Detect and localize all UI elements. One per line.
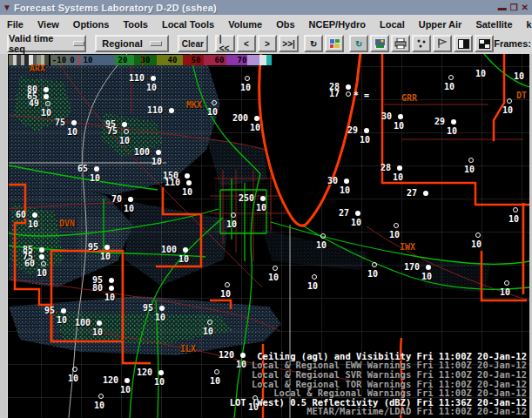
station-visibility-value: 10 <box>99 293 120 302</box>
station-marker-icon <box>245 76 250 81</box>
station-visibility-value: 10 <box>245 123 266 132</box>
station-ceiling-value: 120 <box>125 367 152 377</box>
close-button[interactable]: ✕ <box>522 0 529 15</box>
clear-button[interactable]: Clear <box>178 35 208 52</box>
station-marker-icon <box>214 369 219 374</box>
station-visibility-value: 10 <box>497 105 518 115</box>
station-marker-icon <box>125 378 130 383</box>
station-ceiling-value: 65 <box>60 164 88 173</box>
station-marker-icon <box>183 247 188 253</box>
station-visibility-value: 10 <box>459 165 480 174</box>
station-visibility-value: 10 <box>439 82 460 91</box>
time-mode-dropdown[interactable]: Valid time seq <box>7 35 86 52</box>
station-visibility-value: 10 <box>215 289 236 299</box>
station-visibility-value: 10 <box>263 273 284 282</box>
station-visibility-value: 10 <box>495 287 515 297</box>
station-marker-icon <box>41 261 46 266</box>
station-ceiling-value: 100 <box>149 245 177 254</box>
menu-item-klot[interactable]: klot <box>520 19 532 30</box>
reflectivity-colorbar[interactable]: -10010203040506070 <box>9 55 275 65</box>
menu-item-satellite[interactable]: Satellite <box>468 19 519 30</box>
station-ceiling-value: 110 <box>135 105 163 115</box>
colorbar-tick-label: 0 <box>70 56 74 64</box>
station-marker-icon <box>124 129 129 134</box>
station-marker-icon <box>109 278 114 283</box>
station-marker-icon <box>260 196 266 201</box>
station-marker-icon <box>398 114 403 119</box>
menu-item-options[interactable]: Options <box>66 19 117 30</box>
menu-bar: FileViewOptionsToolsLocal ToolsVolumeObs… <box>0 15 532 34</box>
menu-item-upper-air[interactable]: Upper Air <box>412 19 469 30</box>
minimize-button[interactable]: ▬ <box>498 0 507 15</box>
first-frame-button[interactable]: |<< <box>215 35 235 52</box>
menu-item-file[interactable]: File <box>0 19 30 30</box>
station-visibility-value: 10 <box>31 268 52 278</box>
station-visibility-value: 10 <box>115 385 136 394</box>
station-visibility-value: 10 <box>384 230 405 239</box>
colorbar-tick-label: -10 <box>52 56 66 64</box>
station-marker-icon <box>504 280 509 286</box>
station-visibility-value: 10 <box>416 272 437 281</box>
image-properties-button[interactable] <box>370 35 389 52</box>
station-marker-icon <box>207 320 212 325</box>
station-visibility-value: 10 <box>362 269 383 279</box>
colorbar-segment <box>266 55 272 65</box>
menu-item-volume[interactable]: Volume <box>221 19 269 30</box>
station-marker-icon <box>185 173 190 179</box>
loop-button[interactable]: ↻ <box>304 35 323 52</box>
station-visibility-value: 10 <box>141 83 162 92</box>
station-marker-icon <box>104 245 110 250</box>
station-visibility-value: 10 <box>89 401 110 410</box>
station-marker-icon <box>397 165 402 171</box>
menu-item-tools[interactable]: Tools <box>116 19 155 30</box>
station-ceiling-value: 17 <box>312 89 340 98</box>
legend-line[interactable]: METAR/Maritime/LDAD Fri 11:00Z 20-Jan-12 <box>230 407 527 416</box>
station-marker-icon <box>71 120 77 125</box>
colorbar-tick-label: 60 <box>215 56 225 64</box>
station-marker-icon <box>364 128 369 133</box>
map-canvas[interactable]: -10010203040506070 8065491011010102817* … <box>7 54 529 418</box>
station-marker-icon <box>426 265 431 270</box>
station-ceiling-value: 28 <box>363 163 391 172</box>
points-button[interactable] <box>412 35 431 52</box>
flag-icon <box>437 38 448 49</box>
auto-update-button[interactable]: ↻ <box>349 35 368 52</box>
next-frame-button[interactable]: > <box>258 35 277 52</box>
station-marker-icon <box>212 100 217 105</box>
station-marker-icon <box>122 122 127 127</box>
window-title: Forecast Systems Laboratory D-2D (sshea) <box>14 3 217 13</box>
station-marker-icon <box>151 76 156 81</box>
station-marker-icon <box>451 119 456 125</box>
menu-item-view[interactable]: View <box>30 19 66 30</box>
station-ceiling-value: 95 <box>71 242 98 252</box>
station-visibility-value: 10 <box>205 376 226 386</box>
station-ceiling-value: 120 <box>91 375 118 385</box>
station-marker-icon <box>32 212 37 218</box>
print-button[interactable] <box>391 35 410 52</box>
image-combine-button[interactable] <box>325 35 344 52</box>
colorbar-segment <box>259 55 266 65</box>
station-marker-icon <box>346 91 351 97</box>
menu-item-local[interactable]: Local <box>373 19 412 30</box>
distance-bearing-button[interactable] <box>433 35 452 52</box>
scale-dropdown[interactable]: Regional <box>95 35 169 52</box>
radar-site-label-ilx: ILX <box>180 344 196 354</box>
station-marker-icon <box>320 233 326 239</box>
panel-quad-icon <box>479 39 490 49</box>
station-visibility-value: 10 <box>173 254 194 264</box>
scale-value: Regional <box>102 38 142 49</box>
frame-layout-button-1[interactable] <box>454 35 473 52</box>
window-menu-icon[interactable]: ▼ <box>0 0 14 15</box>
colorbar-tick-label: 30 <box>141 56 151 64</box>
menu-item-ncep-hydro[interactable]: NCEP/Hydro <box>302 19 373 30</box>
menu-item-obs[interactable]: Obs <box>269 19 301 30</box>
menu-item-local-tools[interactable]: Local Tools <box>155 19 221 30</box>
prev-frame-button[interactable]: < <box>237 35 256 52</box>
station-visibility-value: 10 <box>36 108 57 118</box>
product-legend[interactable]: Ceiling (agl) and Visibility Fri 11:00Z … <box>230 352 527 416</box>
station-visibility-value: 10 <box>118 204 139 213</box>
frame-layout-button-2[interactable] <box>475 35 494 52</box>
maximize-button[interactable]: ❐ <box>510 0 518 15</box>
station-marker-icon <box>344 179 349 184</box>
last-frame-button[interactable]: >>| <box>279 35 299 52</box>
